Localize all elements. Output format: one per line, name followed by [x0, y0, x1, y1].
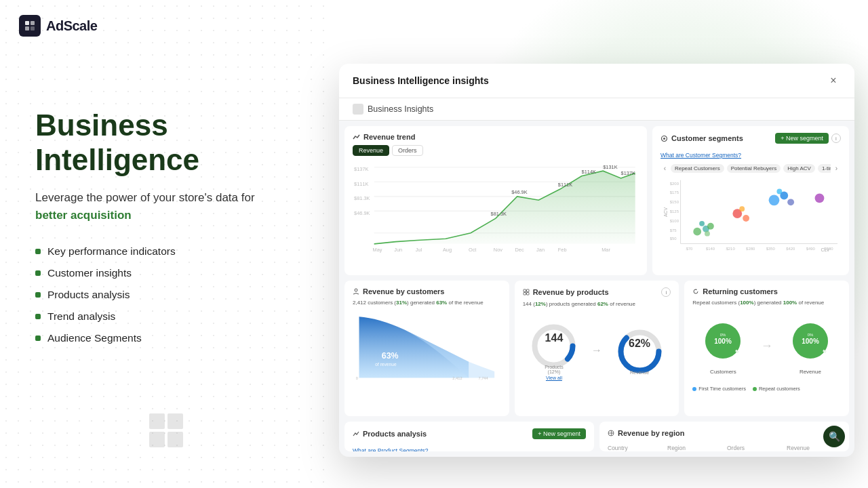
svg-point-53 — [707, 223, 714, 230]
bullet-icon — [35, 270, 41, 276]
svg-point-58 — [769, 195, 780, 205]
svg-rect-73 — [526, 293, 529, 296]
cust-donut-svg: 100% 0% — [699, 317, 747, 365]
legend-row: First Time customers Repeat customers — [692, 386, 841, 392]
svg-text:100%: 100% — [802, 338, 819, 345]
svg-text:Oct: Oct — [469, 247, 477, 253]
bullet-icon — [35, 249, 41, 254]
svg-text:$137K: $137K — [621, 169, 635, 176]
svg-point-50 — [693, 228, 701, 236]
revenue-donut-area: 62% Revenue — [614, 326, 665, 375]
revenue-customers-panel: Revenue by customers 2,412 customers (31… — [344, 281, 509, 416]
customers-chart: 63% of revenue 0 2,412 7,744 Customers — [353, 308, 501, 383]
svg-text:$150: $150 — [670, 200, 679, 204]
svg-text:$81.3K: $81.3K — [354, 195, 370, 201]
revenue-trend-panel: Revenue trend Revenue Orders $137K $111K… — [344, 126, 647, 275]
chip-1time[interactable]: 1-time Customers — [818, 164, 831, 173]
svg-text:of revenue: of revenue — [375, 362, 397, 367]
logo-icon — [19, 15, 41, 37]
products-new-segment-btn[interactable]: + New segment — [532, 428, 586, 439]
svg-rect-3 — [31, 26, 35, 30]
products-analysis-panel: Products analysis + New segment What are… — [344, 422, 594, 451]
legend-repeat: Repeat customers — [753, 386, 800, 392]
svg-text:0: 0 — [356, 376, 358, 380]
rev-customers-title: Revenue by customers — [353, 287, 444, 296]
products-icon — [523, 289, 530, 296]
info-icon[interactable]: i — [831, 134, 841, 143]
trend-icon — [353, 134, 360, 141]
feature-list: Key performance indicators Customer insi… — [35, 245, 320, 344]
new-segment-button[interactable]: + New segment — [775, 133, 829, 144]
svg-text:Jul: Jul — [416, 247, 422, 253]
returning-customers-donut: 100% 0% Customers — [699, 317, 747, 375]
chip-high-acv[interactable]: High ACV — [783, 164, 815, 173]
customers-area-chart: 63% of revenue 0 2,412 7,744 Customers — [353, 308, 501, 383]
svg-text:$420: $420 — [786, 247, 795, 251]
svg-text:$111K: $111K — [558, 182, 572, 188]
svg-text:$175: $175 — [670, 191, 679, 195]
chip-repeat[interactable]: Repeat Customers — [671, 164, 724, 173]
returning-icon — [692, 288, 699, 295]
svg-text:$131K: $131K — [603, 164, 617, 170]
feature-trend-analysis: Trend analysis — [35, 310, 320, 323]
svg-text:$100: $100 — [670, 219, 679, 223]
logo: AdScale — [19, 15, 97, 37]
revenue-trend-header: Revenue trend — [353, 133, 639, 141]
returning-header: Returning customers — [692, 287, 841, 296]
rev-products-stat: 144 (12%) products generated 62% of reve… — [523, 301, 671, 307]
chips-next-arrow[interactable]: › — [832, 163, 841, 174]
scatter-plot: ACV CLV $200 $175 $150 $125 $100 $75 $50… — [660, 176, 841, 258]
svg-text:$70: $70 — [686, 247, 693, 251]
svg-text:$125: $125 — [670, 209, 679, 214]
app-window: Business Intelligence insights × Busines… — [339, 64, 854, 457]
products-info-icon[interactable]: i — [661, 287, 671, 297]
products-donut — [528, 321, 579, 371]
products-count-area: 144 Products (12%) View all — [528, 321, 579, 380]
customer-segments-title: Customer segments — [660, 134, 743, 142]
analysis-icon — [353, 430, 359, 437]
svg-rect-0 — [25, 21, 29, 25]
customer-segments-header: Customer segments + New segment i — [660, 133, 841, 144]
nav-title: Business Insights — [368, 104, 433, 114]
chip-potential[interactable]: Potential Rebuyers — [727, 164, 781, 173]
customer-segments-panel: Customer segments + New segment i What a… — [652, 126, 849, 275]
tab-orders[interactable]: Orders — [392, 145, 423, 156]
svg-text:$46.9K: $46.9K — [354, 210, 370, 216]
products-display: 144 Products (12%) View all → 62% Revenu… — [523, 310, 671, 391]
svg-rect-71 — [526, 289, 529, 292]
feature-audience-segments: Audience Segments — [35, 332, 320, 344]
svg-point-61 — [776, 189, 782, 195]
svg-text:Nov: Nov — [494, 247, 502, 253]
revenue-donut — [614, 326, 665, 377]
svg-text:Mar: Mar — [601, 247, 610, 253]
svg-point-30 — [663, 138, 665, 140]
chips-prev-arrow[interactable]: ‹ — [660, 163, 669, 174]
feature-kpi: Key performance indicators — [35, 245, 320, 258]
decorative-grid-icon — [149, 413, 183, 447]
svg-text:$46.9K: $46.9K — [511, 188, 527, 195]
window-title: Business Intelligence insights — [353, 75, 489, 86]
what-are-products-link[interactable]: What are Product Segments? — [353, 443, 586, 451]
close-button[interactable]: × — [826, 73, 841, 88]
col-orders: Orders — [727, 445, 781, 451]
revenue-tab-btns: Revenue Orders — [353, 145, 639, 156]
what-are-segments-link[interactable]: What are Customer Segments? — [660, 148, 841, 160]
svg-text:$50: $50 — [670, 237, 677, 241]
revenue-chart-area: $137K $111K $81.3K $46.9K — [353, 160, 639, 255]
revenue-region-title: Revenue by region — [608, 429, 684, 437]
tab-revenue[interactable]: Revenue — [353, 145, 389, 156]
rev-customers-header: Revenue by customers — [353, 287, 501, 296]
svg-point-60 — [787, 199, 794, 205]
svg-text:$200: $200 — [670, 182, 679, 186]
search-float-button[interactable]: 🔍 — [823, 426, 845, 447]
legend-dot-first — [692, 387, 696, 391]
rev-products-title: Revenue by products — [523, 288, 609, 296]
logo-text: AdScale — [46, 18, 97, 34]
view-all-link[interactable]: View all — [528, 375, 579, 380]
segments-icon — [660, 135, 668, 142]
svg-point-57 — [739, 206, 745, 211]
region-icon — [608, 430, 614, 436]
returning-stat: Repeat customers (100%) generated 100% o… — [692, 300, 841, 306]
legend-dot-repeat — [753, 387, 757, 391]
svg-text:$210: $210 — [726, 247, 736, 251]
